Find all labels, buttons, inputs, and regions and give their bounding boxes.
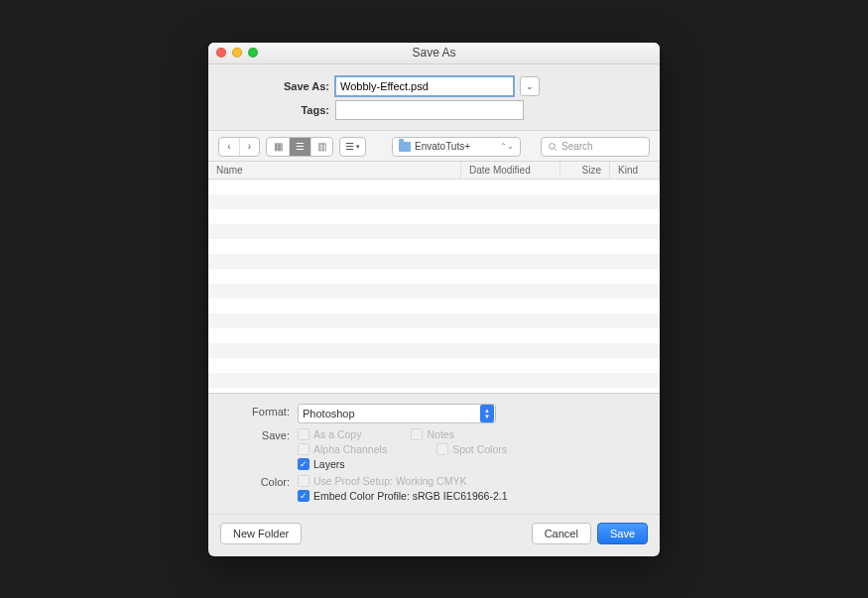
- as-a-copy-checkbox[interactable]: As a Copy: [298, 428, 361, 440]
- window-controls: [216, 48, 258, 58]
- save-button[interactable]: Save: [597, 523, 648, 544]
- forward-button[interactable]: ›: [239, 138, 259, 156]
- group-by-button[interactable]: ☰ ▾: [339, 137, 366, 157]
- close-window-icon[interactable]: [216, 48, 226, 58]
- search-input[interactable]: Search: [541, 137, 650, 157]
- folder-icon: [399, 142, 411, 152]
- save-options: Format: Photoshop ▲▼ Save: As a Copy Not…: [208, 393, 660, 514]
- save-options-label: Save:: [208, 427, 298, 441]
- location-name: EnvatoTuts+: [415, 141, 496, 152]
- saveas-input[interactable]: [335, 76, 514, 96]
- search-placeholder: Search: [561, 141, 593, 152]
- format-value: Photoshop: [303, 408, 480, 419]
- embed-profile-checkbox[interactable]: ✓Embed Color Profile: sRGB IEC61966-2.1: [298, 490, 508, 502]
- chevron-down-icon: ⌄: [526, 81, 534, 91]
- list-view-button[interactable]: ☰: [289, 138, 310, 156]
- dialog-footer: New Folder Cancel Save: [208, 514, 660, 556]
- layers-checkbox[interactable]: ✓Layers: [298, 458, 507, 470]
- format-select[interactable]: Photoshop ▲▼: [298, 404, 496, 423]
- search-icon: [548, 142, 558, 152]
- location-popup[interactable]: EnvatoTuts+ ⌃⌄: [392, 137, 521, 157]
- save-as-form: Save As: ⌄ Tags:: [208, 64, 660, 130]
- saveas-label: Save As:: [208, 80, 335, 92]
- updown-caret-icon: ⌃⌄: [500, 142, 514, 151]
- column-size[interactable]: Size: [560, 162, 610, 179]
- group-icon: ☰: [345, 141, 354, 152]
- column-name[interactable]: Name: [208, 162, 461, 179]
- new-folder-button[interactable]: New Folder: [220, 523, 302, 544]
- titlebar: Save As: [208, 43, 660, 64]
- view-mode-segment: ▦ ☰ ▥: [266, 137, 333, 157]
- column-headers: Name Date Modified Size Kind: [208, 162, 660, 179]
- svg-line-1: [555, 148, 557, 150]
- tags-label: Tags:: [208, 104, 335, 116]
- save-as-dialog: Save As Save As: ⌄ Tags: ‹ › ▦ ☰ ▥ ☰ ▾: [208, 43, 660, 556]
- expand-dialog-button[interactable]: ⌄: [520, 76, 540, 96]
- file-list[interactable]: [208, 179, 660, 393]
- browser-toolbar: ‹ › ▦ ☰ ▥ ☰ ▾ EnvatoTuts+ ⌃⌄ Search: [208, 130, 660, 162]
- minimize-window-icon[interactable]: [232, 48, 242, 58]
- alpha-channels-checkbox[interactable]: Alpha Channels: [298, 443, 387, 455]
- use-proof-checkbox[interactable]: Use Proof Setup: Working CMYK: [298, 475, 508, 487]
- back-button[interactable]: ‹: [219, 138, 239, 156]
- tags-input[interactable]: [335, 100, 524, 120]
- color-options-label: Color:: [208, 474, 298, 488]
- chevron-down-icon: ▾: [356, 143, 360, 151]
- cancel-button[interactable]: Cancel: [532, 523, 591, 544]
- format-label: Format:: [208, 404, 298, 418]
- notes-checkbox[interactable]: Notes: [411, 428, 453, 440]
- updown-arrows-icon: ▲▼: [480, 405, 494, 422]
- svg-point-0: [550, 143, 556, 149]
- nav-history: ‹ ›: [218, 137, 260, 157]
- zoom-window-icon[interactable]: [248, 48, 258, 58]
- icon-view-button[interactable]: ▦: [267, 138, 289, 156]
- window-title: Save As: [208, 46, 660, 60]
- column-date[interactable]: Date Modified: [461, 162, 560, 179]
- column-kind[interactable]: Kind: [610, 162, 660, 179]
- spot-colors-checkbox[interactable]: Spot Colors: [436, 443, 507, 455]
- column-view-button[interactable]: ▥: [310, 138, 332, 156]
